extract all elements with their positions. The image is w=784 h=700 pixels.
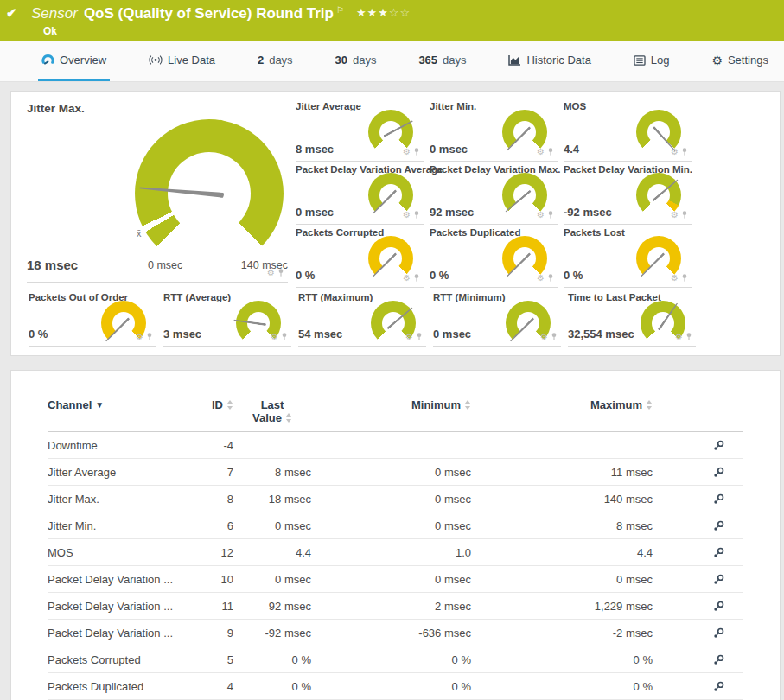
cell-minimum: 0 msec [311,519,471,532]
table-row-packets-duplicated[interactable]: Packets Duplicated40 %0 %0 % [48,673,743,700]
gauge-value: 8 msec [296,143,334,156]
cell-id: 4 [190,680,233,693]
tab-2-days[interactable]: 2days [254,41,296,81]
table-row-packet-delay-variation[interactable]: Packet Delay Variation ...9-92 msec-636 … [48,620,743,646]
cell-last-value: 18 msec [233,493,311,506]
edit-channel-icon[interactable] [713,601,724,612]
gear-icon[interactable]: ⚙ [405,333,413,341]
gear-icon[interactable]: ⚙ [267,269,275,277]
gear-icon[interactable]: ⚙ [537,211,545,220]
gauge-value: 54 msec [298,328,342,340]
cell-id: 10 [190,573,233,586]
gauge-label: Jitter Average [296,101,361,111]
gauge-value: 4.4 [564,143,579,156]
table-row-jitter-average[interactable]: Jitter Average78 msec0 msec11 msec [48,459,743,486]
pin-icon[interactable] [146,332,153,341]
edit-channel-icon[interactable] [713,627,724,639]
pin-icon[interactable] [551,332,558,341]
edit-channel-icon[interactable] [713,681,724,692]
gear-icon[interactable]: ⚙ [671,211,679,220]
pin-icon[interactable] [416,332,423,341]
tab-historic-data[interactable]: Historic Data [505,41,594,81]
gear-icon[interactable]: ⚙ [403,211,411,220]
gauge-value: 0 % [296,269,315,282]
table-row-downtime[interactable]: Downtime-4 [48,432,743,459]
pin-icon[interactable] [685,332,692,341]
star-icon[interactable]: ☆ [389,6,400,19]
tab-settings[interactable]: ⚙Settings [708,41,772,81]
log-icon [634,55,646,66]
table-row-packets-corrupted[interactable]: Packets Corrupted50 %0 %0 % [48,646,743,673]
table-row-packet-delay-variation[interactable]: Packet Delay Variation ...100 msec0 msec… [48,566,743,593]
pin-icon[interactable] [681,210,688,220]
tab-30-days[interactable]: 30days [332,41,380,81]
column-header-last-value[interactable]: Last Value [233,398,311,424]
column-header-maximum[interactable]: Maximum [471,398,653,411]
pin-icon[interactable] [681,147,688,156]
pin-icon[interactable] [413,273,420,283]
pin-icon[interactable] [681,273,688,283]
cell-minimum: 2 msec [311,600,471,613]
star-icon[interactable]: ★ [367,6,379,19]
pin-icon[interactable] [413,147,420,156]
column-header-minimum[interactable]: Minimum [311,398,471,411]
table-row-jitter-min[interactable]: Jitter Min.60 msec0 msec8 msec [48,512,743,539]
gear-icon[interactable]: ⚙ [671,148,679,156]
edit-channel-icon[interactable] [713,547,724,558]
column-header-channel[interactable]: Channel▼ [48,398,190,411]
table-row-mos[interactable]: MOS124.41.04.4 [48,539,743,566]
flag-icon[interactable]: ⚐ [336,5,344,15]
gear-icon[interactable]: ⚙ [675,333,683,341]
edit-channel-icon[interactable] [713,574,724,585]
gauge-label: MOS [564,101,586,111]
gear-icon[interactable]: ⚙ [403,274,411,283]
gauge-label: Packet Delay Variation Max. [430,164,561,175]
tab-log[interactable]: Log [630,41,673,81]
cell-channel: Jitter Max. [48,493,190,506]
gauge-cell-packet-delay-variation-max: Packet Delay Variation Max.92 msec⚙ [430,162,558,225]
tab-overview[interactable]: Overview [38,41,110,81]
gauge-cell-packet-delay-variation-average: Packet Delay Variation Average0 msec⚙ [296,162,424,225]
table-row-jitter-max[interactable]: Jitter Max.818 msec0 msec140 msec [48,486,743,512]
cell-minimum: 1.0 [311,546,471,559]
gear-icon[interactable]: ⚙ [671,274,679,283]
edit-channel-icon[interactable] [713,520,724,531]
cell-last-value: 0 % [233,680,311,693]
gauge-value: 18 msec [27,258,78,272]
pin-icon[interactable] [413,210,420,220]
sort-icon [464,400,471,410]
gear-icon[interactable]: ⚙ [403,148,411,156]
gear-icon[interactable]: ⚙ [271,333,278,341]
gauge-cell-packets-corrupted: Packets Corrupted0 %⚙ [296,225,424,288]
priority-stars[interactable]: ★★★☆☆ [356,6,411,19]
pin-icon[interactable] [547,210,554,220]
gauge-dial [135,119,284,268]
cell-last-value: -92 msec [233,627,311,640]
table-row-packet-delay-variation[interactable]: Packet Delay Variation ...1192 msec2 mse… [48,593,743,620]
star-icon[interactable]: ★ [356,6,367,19]
gear-icon[interactable]: ⚙ [537,148,545,156]
edit-channel-icon[interactable] [713,493,724,505]
column-header-id[interactable]: ID [190,398,233,411]
star-icon[interactable]: ★ [378,6,389,19]
tab-365-days[interactable]: 365days [415,41,469,81]
pin-icon[interactable] [547,147,554,156]
edit-channel-icon[interactable] [713,467,724,478]
sort-icon [646,400,653,410]
edit-channel-icon[interactable] [713,440,724,451]
star-icon[interactable]: ☆ [400,6,411,19]
cell-last-value: 0 msec [233,573,311,586]
pin-icon[interactable] [547,273,554,283]
table-header-row: Channel▼ ID Last Value Minimum Maximum [48,398,743,432]
pin-icon[interactable] [281,332,288,341]
mean-marker: x̄ [137,228,142,239]
gauge-label: RTT (Minimum) [433,292,506,302]
cell-channel: Packet Delay Variation ... [48,600,190,613]
gear-icon[interactable]: ⚙ [136,333,143,341]
pin-icon[interactable] [277,268,284,277]
cell-maximum: 8 msec [471,519,653,532]
gear-icon[interactable]: ⚙ [537,274,545,283]
gear-icon[interactable]: ⚙ [540,333,548,341]
edit-channel-icon[interactable] [713,654,724,665]
tab-live-data[interactable]: Live Data [145,41,219,81]
